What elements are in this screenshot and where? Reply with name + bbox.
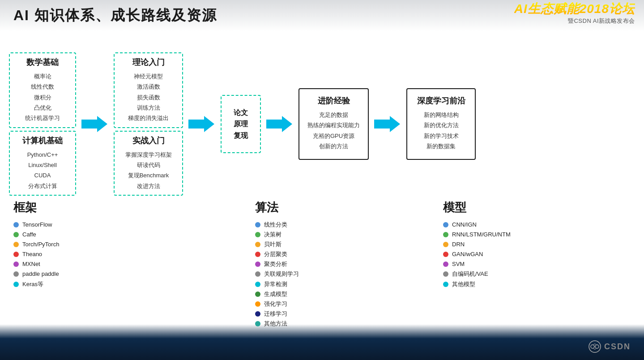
theory-item: 激活函数 <box>121 81 176 92</box>
algorithm-legend-item: 聚类分析 <box>255 259 345 269</box>
practice-items: 掌握深度学习框架研读代码复现Benchmark改进方法 <box>121 150 176 192</box>
math-item: 微积分 <box>16 92 69 103</box>
deeplearning-item: 新的数据集 <box>415 141 467 151</box>
math-item: 凸优化 <box>16 103 69 113</box>
deeplearning-box: 深度学习前沿 新的网络结构新的优化方法新的学习技术新的数据集 <box>406 88 476 160</box>
algorithm-legend-item: 迁移学习 <box>255 309 345 319</box>
algorithm-legend-item: 强化学习 <box>255 299 345 309</box>
math-basics-title: 数学基础 <box>16 57 69 68</box>
framework-legend-item: MXNet <box>13 259 130 269</box>
theory-title: 理论入门 <box>121 57 176 68</box>
model-legend-item: CNN/IGN <box>443 220 559 230</box>
model-legend-item: DRN <box>443 240 559 249</box>
framework-legend-item: Theano <box>13 249 130 259</box>
csdn-text: CSDN <box>604 342 631 351</box>
advanced-item: 充裕的GPU资源 <box>307 131 360 141</box>
algorithm-legend-item: 生成模型 <box>255 289 345 299</box>
theory-item: 梯度的消失溢出 <box>121 113 176 123</box>
svg-marker-1 <box>188 116 214 132</box>
advanced-title: 进阶经验 <box>307 95 360 106</box>
model-label: 模型 <box>443 200 559 215</box>
algorithm-legend: 线性分类决策树贝叶斯分层聚类聚类分析关联规则学习异常检测生成模型强化学习迁移学习… <box>255 220 345 329</box>
deeplearning-items: 新的网络结构新的优化方法新的学习技术新的数据集 <box>415 110 467 152</box>
practice-box: 实战入门 掌握深度学习框架研读代码复现Benchmark改进方法 <box>114 131 183 196</box>
framework-label: 框架 <box>13 200 130 215</box>
framework-legend-item: TensorFlow <box>13 220 130 230</box>
arrow2 <box>188 115 215 133</box>
advanced-item: 熟练的编程实现能力 <box>307 120 360 130</box>
framework-legend-item: Caffe <box>13 230 130 240</box>
logo-main: AI生态赋能2018论坛 <box>514 2 635 16</box>
theory-box: 理论入门 神经元模型激活函数损失函数训练方法梯度的消失溢出 <box>114 52 183 128</box>
practice-item: 掌握深度学习框架 <box>121 150 176 160</box>
computer-basics-box: 计算机基础 Python/C++Linux/ShellCUDA分布式计算 <box>9 131 76 196</box>
algorithm-legend-item: 其他方法 <box>255 319 345 329</box>
algorithm-legend-item: 异常检测 <box>255 279 345 289</box>
algorithm-legend-item: 关联规则学习 <box>255 269 345 279</box>
model-legend-item: RNN/LSTM/GRU/NTM <box>443 230 559 240</box>
model-legend-item: SVM <box>443 259 559 269</box>
advanced-items: 充足的数据熟练的编程实现能力充裕的GPU资源创新的方法 <box>307 110 360 152</box>
algorithm-legend-item: 贝叶斯 <box>255 240 345 249</box>
svg-marker-2 <box>266 116 292 132</box>
algorithm-legend-item: 分层聚类 <box>255 249 345 259</box>
theory-items: 神经元模型激活函数损失函数训练方法梯度的消失溢出 <box>121 71 176 124</box>
paper-box: 论文 原理 复现 <box>221 95 261 154</box>
advanced-box: 进阶经验 充足的数据熟练的编程实现能力充裕的GPU资源创新的方法 <box>299 88 369 160</box>
algorithm-legend-item: 决策树 <box>255 230 345 240</box>
model-legend-item: GAN/wGAN <box>443 249 559 259</box>
model-legend: CNN/IGNRNN/LSTM/GRU/NTMDRNGAN/wGANSVM自编码… <box>443 220 559 289</box>
svg-point-6 <box>595 345 599 348</box>
logo-area: AI生态赋能2018论坛 暨CSDN AI新战略发布会 <box>514 2 635 25</box>
advanced-item: 创新的方法 <box>307 141 360 151</box>
computer-item: Python/C++ <box>16 150 69 160</box>
model-legend-item: 自编码机/VAE <box>443 269 559 279</box>
advanced-item: 充足的数据 <box>307 110 360 120</box>
theory-item: 神经元模型 <box>121 71 176 81</box>
arrow1 <box>81 115 108 133</box>
svg-marker-3 <box>374 116 400 132</box>
computer-item: 分布式计算 <box>16 181 69 191</box>
computer-item: Linux/Shell <box>16 160 69 170</box>
math-basics-box: 数学基础 概率论线性代数微积分凸优化统计机器学习 <box>9 52 76 128</box>
page-title: AI 知识体系、成长路线及资源 <box>13 6 217 26</box>
algorithm-label: 算法 <box>255 200 345 215</box>
deeplearning-item: 新的学习技术 <box>415 131 467 141</box>
computer-item: CUDA <box>16 170 69 180</box>
theory-item: 损失函数 <box>121 92 176 103</box>
algorithm-legend-item: 线性分类 <box>255 220 345 230</box>
math-items: 概率论线性代数微积分凸优化统计机器学习 <box>16 71 69 124</box>
practice-item: 改进方法 <box>121 181 176 191</box>
framework-legend-item: Torch/PyTorch <box>13 240 130 249</box>
framework-legend: TensorFlowCaffeTorch/PyTorchTheanoMXNetp… <box>13 220 130 289</box>
logo-sub: 暨CSDN AI新战略发布会 <box>514 17 635 25</box>
practice-title: 实战入门 <box>121 135 176 146</box>
practice-item: 复现Benchmark <box>121 170 176 180</box>
model-legend-item: 其他模型 <box>443 279 559 289</box>
svg-point-5 <box>591 345 594 348</box>
practice-item: 研读代码 <box>121 160 176 170</box>
computer-basics-title: 计算机基础 <box>16 135 69 146</box>
framework-legend-item: Keras等 <box>13 279 130 289</box>
deeplearning-item: 新的优化方法 <box>415 120 467 130</box>
paper-title: 论文 原理 复现 <box>234 107 248 141</box>
computer-items: Python/C++Linux/ShellCUDA分布式计算 <box>16 150 69 192</box>
math-item: 概率论 <box>16 71 69 81</box>
theory-item: 训练方法 <box>121 103 176 113</box>
csdn-logo: CSDN <box>588 340 631 353</box>
svg-marker-0 <box>81 116 107 132</box>
framework-legend-item: paddle paddle <box>13 269 130 279</box>
math-item: 线性代数 <box>16 81 69 92</box>
arrow3 <box>266 115 293 133</box>
deeplearning-item: 新的网络结构 <box>415 110 467 120</box>
bg-decoration <box>0 324 644 360</box>
deeplearning-title: 深度学习前沿 <box>415 95 467 106</box>
arrow4 <box>374 115 401 133</box>
math-item: 统计机器学习 <box>16 113 69 123</box>
